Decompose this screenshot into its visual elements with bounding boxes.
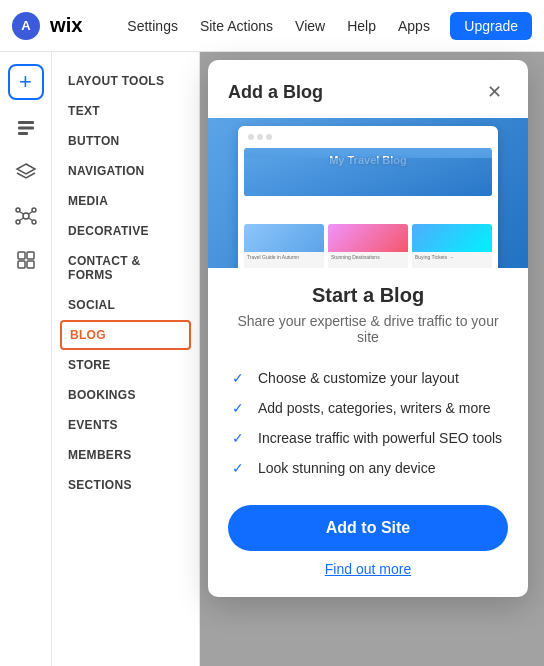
pages-icon bbox=[15, 117, 37, 144]
blog-cards: Travel Guide in Autumn Stunning Destinat… bbox=[244, 224, 492, 268]
feature-text-3: Increase traffic with powerful SEO tools bbox=[258, 430, 502, 446]
svg-point-7 bbox=[16, 208, 20, 212]
top-nav: A wix Settings Site Actions View Help Ap… bbox=[0, 0, 544, 52]
feature-list: ✓ Choose & customize your layout ✓ Add p… bbox=[228, 363, 508, 483]
svg-point-6 bbox=[32, 208, 36, 212]
sidebar-item-sections[interactable]: SECTIONS bbox=[52, 470, 199, 500]
svg-point-5 bbox=[23, 213, 29, 219]
sidebar-item-text[interactable]: TEXT bbox=[52, 96, 199, 126]
sidebar-item-bookings[interactable]: BOOKINGS bbox=[52, 380, 199, 410]
sidebar: LAYOUT TOOLS TEXT BUTTON NAVIGATION MEDI… bbox=[52, 52, 200, 666]
sidebar-item-social[interactable]: SOCIAL bbox=[52, 290, 199, 320]
svg-text:wix: wix bbox=[50, 15, 83, 36]
grid-icon bbox=[15, 249, 37, 276]
add-element-button[interactable]: + bbox=[8, 64, 44, 100]
svg-point-8 bbox=[32, 220, 36, 224]
sidebar-item-layout-tools[interactable]: LAYOUT TOOLS bbox=[52, 66, 199, 96]
blog-card-text-2: Stunning Destinations bbox=[328, 252, 408, 263]
pages-button[interactable] bbox=[8, 112, 44, 148]
svg-rect-14 bbox=[18, 252, 25, 259]
blog-card-3: Buying Tickets → bbox=[412, 224, 492, 268]
svg-rect-2 bbox=[18, 126, 34, 129]
nav-settings[interactable]: Settings bbox=[117, 12, 188, 40]
feature-item-2: ✓ Add posts, categories, writers & more bbox=[228, 393, 508, 423]
check-icon-4: ✓ bbox=[228, 458, 248, 478]
feature-text-4: Look stunning on any device bbox=[258, 460, 435, 476]
social-button[interactable] bbox=[8, 200, 44, 236]
modal-title: Add a Blog bbox=[228, 82, 323, 103]
close-icon: ✕ bbox=[487, 81, 502, 103]
svg-line-10 bbox=[19, 211, 23, 214]
nav-view[interactable]: View bbox=[285, 12, 335, 40]
svg-rect-17 bbox=[27, 261, 34, 268]
nav-apps[interactable]: Apps bbox=[388, 12, 440, 40]
dot-3 bbox=[266, 134, 272, 140]
add-to-site-button[interactable]: Add to Site bbox=[228, 505, 508, 551]
svg-line-13 bbox=[28, 218, 32, 221]
modal-header: Add a Blog ✕ bbox=[208, 60, 528, 118]
blog-card-img-2 bbox=[328, 224, 408, 252]
sidebar-item-members[interactable]: MEMBERS bbox=[52, 440, 199, 470]
blog-card-text-1: Travel Guide in Autumn bbox=[244, 252, 324, 263]
social-icon bbox=[15, 205, 37, 232]
grid-button[interactable] bbox=[8, 244, 44, 280]
sidebar-item-button[interactable]: BUTTON bbox=[52, 126, 199, 156]
sidebar-item-blog[interactable]: BLOG bbox=[60, 320, 191, 350]
sidebar-item-navigation[interactable]: NAVIGATION bbox=[52, 156, 199, 186]
modal-close-button[interactable]: ✕ bbox=[480, 78, 508, 106]
svg-rect-15 bbox=[27, 252, 34, 259]
svg-marker-4 bbox=[17, 164, 35, 174]
plus-icon: + bbox=[19, 69, 32, 95]
find-out-more-link[interactable]: Find out more bbox=[228, 561, 508, 577]
feature-item-1: ✓ Choose & customize your layout bbox=[228, 363, 508, 393]
feature-text-2: Add posts, categories, writers & more bbox=[258, 400, 491, 416]
modal-subheading: Share your expertise & drive traffic to … bbox=[228, 313, 508, 345]
check-icon-2: ✓ bbox=[228, 398, 248, 418]
blog-card-img-1 bbox=[244, 224, 324, 252]
nav-items: Settings Site Actions View Help Apps bbox=[117, 12, 446, 40]
svg-rect-3 bbox=[18, 132, 28, 135]
feature-text-1: Choose & customize your layout bbox=[258, 370, 459, 386]
main-content: Add a Blog ✕ My Travel Blog bbox=[200, 52, 544, 666]
add-blog-modal: Add a Blog ✕ My Travel Blog bbox=[208, 60, 528, 597]
dot-2 bbox=[257, 134, 263, 140]
nav-help[interactable]: Help bbox=[337, 12, 386, 40]
check-icon-1: ✓ bbox=[228, 368, 248, 388]
blog-card-1: Travel Guide in Autumn bbox=[244, 224, 324, 268]
check-icon-3: ✓ bbox=[228, 428, 248, 448]
wix-logo: wix bbox=[50, 15, 101, 37]
blog-preview-card: My Travel Blog Travel Guide in Autumn St… bbox=[238, 126, 498, 268]
modal-heading: Start a Blog bbox=[228, 284, 508, 307]
sidebar-item-media[interactable]: MEDIA bbox=[52, 186, 199, 216]
sidebar-item-store[interactable]: STORE bbox=[52, 350, 199, 380]
sidebar-item-contact-forms[interactable]: CONTACT & FORMS bbox=[52, 246, 199, 290]
layers-button[interactable] bbox=[8, 156, 44, 192]
svg-point-9 bbox=[16, 220, 20, 224]
svg-rect-16 bbox=[18, 261, 25, 268]
browser-bar bbox=[244, 132, 492, 142]
blog-preview-image: My Travel Blog Travel Guide in Autumn St… bbox=[208, 118, 528, 268]
modal-body: Start a Blog Share your expertise & driv… bbox=[208, 284, 528, 597]
sidebar-item-decorative[interactable]: DECORATIVE bbox=[52, 216, 199, 246]
feature-item-3: ✓ Increase traffic with powerful SEO too… bbox=[228, 423, 508, 453]
blog-card-2: Stunning Destinations bbox=[328, 224, 408, 268]
svg-rect-1 bbox=[18, 121, 34, 124]
sidebar-item-events[interactable]: EVENTS bbox=[52, 410, 199, 440]
avatar[interactable]: A bbox=[12, 12, 40, 40]
feature-item-4: ✓ Look stunning on any device bbox=[228, 453, 508, 483]
blog-card-text-3: Buying Tickets → bbox=[412, 252, 492, 263]
layers-icon bbox=[15, 161, 37, 188]
svg-line-11 bbox=[28, 211, 32, 214]
left-toolbar: + bbox=[0, 52, 52, 666]
svg-line-12 bbox=[19, 218, 23, 221]
nav-site-actions[interactable]: Site Actions bbox=[190, 12, 283, 40]
blog-card-img-3 bbox=[412, 224, 492, 252]
upgrade-button[interactable]: Upgrade bbox=[450, 12, 532, 40]
modal-overlay: Add a Blog ✕ My Travel Blog bbox=[200, 52, 544, 666]
dot-1 bbox=[248, 134, 254, 140]
